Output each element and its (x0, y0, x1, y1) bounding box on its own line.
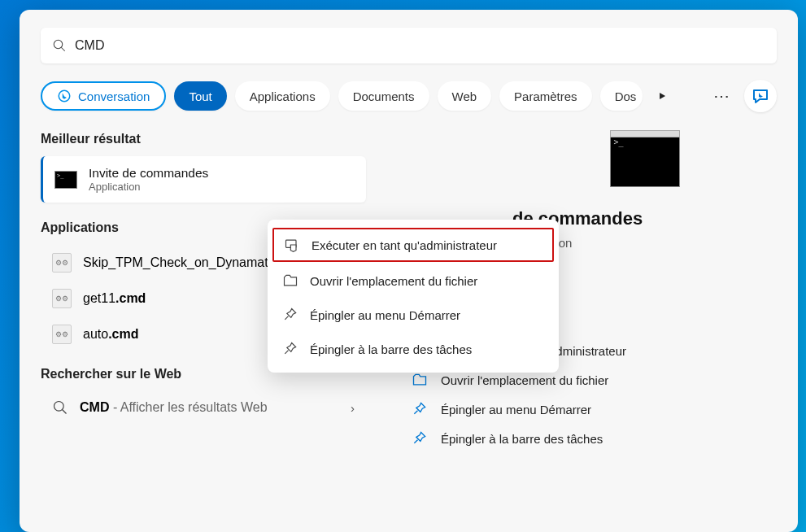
chip-conversation[interactable]: Conversation (41, 81, 166, 111)
chevron-right-icon: › (351, 401, 355, 415)
svg-point-3 (54, 402, 64, 412)
pin-icon (282, 307, 298, 323)
chip-all[interactable]: Tout (174, 81, 226, 111)
chip-conversation-label: Conversation (78, 89, 150, 103)
web-result[interactable]: CMD - Afficher les résultats Web › (41, 391, 366, 424)
svg-point-2 (59, 90, 70, 102)
best-result-title: Invite de commandes (89, 166, 208, 181)
app-3-name: auto (83, 327, 108, 341)
folder-icon (412, 372, 428, 388)
svg-line-4 (63, 410, 67, 414)
chip-web[interactable]: Web (438, 81, 492, 111)
play-icon (656, 90, 668, 102)
cmd-app-icon-large (610, 135, 680, 187)
ctx-pin-taskbar-label: Épingler à la barre des tâches (310, 342, 472, 356)
chip-documents[interactable]: Documents (338, 81, 429, 111)
ctx-pin-taskbar[interactable]: Épingler à la barre des tâches (268, 332, 559, 366)
search-window: CMD Conversation Tout Applications Docum… (20, 10, 798, 532)
chat-bubble-icon (751, 86, 770, 106)
chip-more-label: Dos (615, 89, 637, 103)
best-result-item[interactable]: Invite de commandes Application (41, 156, 366, 203)
action-pin-taskbar-label: Épingler à la barre des tâches (441, 432, 603, 446)
preview-header (407, 132, 777, 187)
filter-row: Conversation Tout Applications Documents… (41, 80, 777, 112)
ctx-open-location-label: Ouvrir l'emplacement du fichier (310, 274, 477, 288)
app-1-name: Skip_TPM_Check_on_Dynamate (83, 255, 276, 269)
search-query: CMD (75, 38, 104, 53)
app-2-name: get11 (83, 291, 115, 305)
ctx-pin-start[interactable]: Épingler au menu Démarrer (268, 298, 559, 332)
action-open-location-label: Ouvrir l'emplacement du fichier (441, 373, 608, 387)
chip-settings[interactable]: Paramètres (499, 81, 592, 111)
pin-icon (412, 430, 428, 447)
more-menu-button[interactable]: ⋯ (708, 86, 736, 106)
action-pin-start-label: Épingler au menu Démarrer (441, 403, 591, 416)
scroll-right-button[interactable] (651, 85, 673, 107)
svg-line-1 (61, 47, 65, 51)
web-query: CMD (80, 400, 109, 414)
ctx-run-admin-label: Exécuter en tant qu'administrateur (312, 238, 497, 252)
chip-all-label: Tout (189, 89, 211, 103)
pin-icon (282, 341, 298, 357)
chip-web-label: Web (452, 89, 477, 103)
cmd-file-icon: ⚙⚙ (52, 253, 72, 273)
search-icon (52, 38, 67, 53)
search-bar[interactable]: CMD (41, 28, 777, 63)
chip-docs-label: Documents (353, 89, 415, 103)
chip-apps-label: Applications (250, 89, 316, 103)
shield-admin-icon (284, 237, 300, 253)
bing-chat-button[interactable] (744, 80, 777, 112)
folder-icon (282, 273, 298, 289)
cmd-file-icon: ⚙⚙ (52, 325, 72, 344)
pin-icon (412, 401, 428, 417)
ctx-open-location[interactable]: Ouvrir l'emplacement du fichier (268, 264, 559, 298)
best-result-header: Meilleur résultat (41, 132, 366, 146)
search-icon (52, 399, 68, 416)
app-3-ext: .cmd (108, 327, 138, 341)
best-result-subtitle: Application (89, 181, 208, 193)
chip-applications[interactable]: Applications (235, 81, 330, 111)
action-pin-start[interactable]: Épingler au menu Démarrer (407, 395, 777, 424)
ctx-pin-start-label: Épingler au menu Démarrer (310, 308, 460, 322)
chip-more-truncated[interactable]: Dos (600, 81, 643, 111)
bing-icon (57, 89, 72, 103)
cmd-file-icon: ⚙⚙ (52, 289, 72, 308)
app-2-ext: .cmd (115, 291, 146, 305)
action-pin-taskbar[interactable]: Épingler à la barre des tâches (407, 424, 777, 453)
cmd-app-icon (54, 171, 77, 189)
ctx-run-admin[interactable]: Exécuter en tant qu'administrateur (272, 228, 554, 262)
chip-settings-label: Paramètres (514, 89, 577, 103)
svg-point-0 (54, 40, 63, 49)
web-suffix: - Afficher les résultats Web (109, 400, 267, 414)
context-menu: Exécuter en tant qu'administrateur Ouvri… (268, 220, 559, 373)
